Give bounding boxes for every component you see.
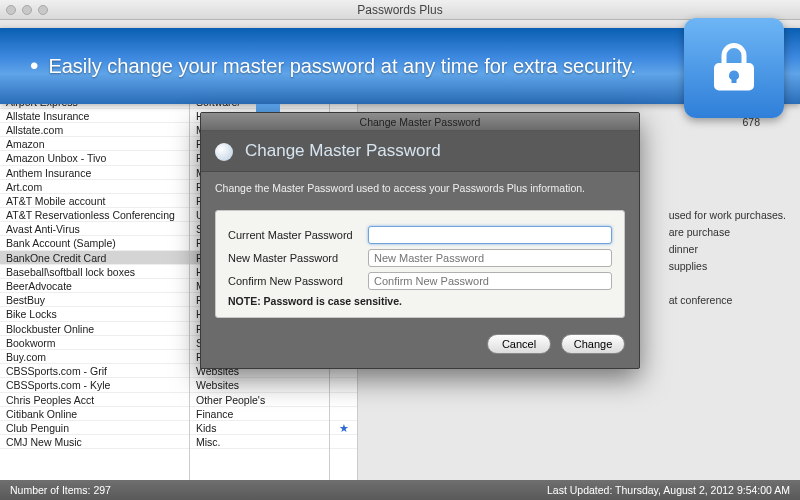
list-item-name[interactable]: Allstate.com <box>0 123 189 137</box>
detail-line: used for work purchases. <box>669 208 786 223</box>
list-item-name[interactable]: Amazon Unbox - Tivo <box>0 151 189 165</box>
list-item-name[interactable]: BestBuy <box>0 293 189 307</box>
list-item-name[interactable]: Bookworm <box>0 336 189 350</box>
list-item-name[interactable]: AT&T Mobile account <box>0 194 189 208</box>
cancel-button[interactable]: Cancel <box>487 334 551 354</box>
input-current-password[interactable] <box>368 226 612 244</box>
list-item-name[interactable]: CBSSports.com - Kyle <box>0 378 189 392</box>
detail-line <box>669 276 786 291</box>
list-item-name[interactable]: Bike Locks <box>0 307 189 321</box>
list-item-category[interactable]: Finance <box>190 407 329 421</box>
list-item-name[interactable]: Citibank Online <box>0 407 189 421</box>
dialog-button-row: Cancel Change <box>201 324 639 368</box>
list-item-name[interactable]: Club Penguin <box>0 421 189 435</box>
item-count: Number of Items: 297 <box>10 484 111 496</box>
window-title: Passwords Plus <box>0 3 800 17</box>
dialog-note: NOTE: Password is case sensitive. <box>228 295 612 307</box>
label-confirm-password: Confirm New Password <box>228 275 368 287</box>
list-item-name[interactable]: Baseball\softball lock boxes <box>0 265 189 279</box>
window-titlebar: Passwords Plus <box>0 0 800 20</box>
label-new-password: New Master Password <box>228 252 368 264</box>
list-item-name[interactable]: Chris Peoples Acct <box>0 393 189 407</box>
marketing-banner: • Easily change your master password at … <box>0 28 800 104</box>
dialog-form: Current Master Password New Master Passw… <box>215 210 625 318</box>
list-item-name[interactable]: Blockbuster Online <box>0 322 189 336</box>
list-item-star[interactable] <box>330 378 357 392</box>
dialog-description: Change the Master Password used to acces… <box>201 172 639 204</box>
list-item-name[interactable]: CBSSports.com - Grif <box>0 364 189 378</box>
list-item-star[interactable] <box>330 393 357 407</box>
input-new-password[interactable] <box>368 249 612 267</box>
list-item-star[interactable] <box>330 435 357 449</box>
dialog-titlebar: Change Master Password <box>201 113 639 131</box>
list-item-category[interactable]: Misc. <box>190 435 329 449</box>
list-item-star[interactable]: ★ <box>330 421 357 435</box>
list-item-name[interactable]: BeerAdvocate <box>0 279 189 293</box>
list-item-category[interactable]: Kids <box>190 421 329 435</box>
list-item-name[interactable]: Avast Anti-Virus <box>0 222 189 236</box>
last-updated: Last Updated: Thursday, August 2, 2012 9… <box>547 484 790 496</box>
detail-line: are purchase <box>669 225 786 240</box>
list-item-category[interactable]: Websites <box>190 378 329 392</box>
list-item-name[interactable]: BankOne Credit Card <box>0 251 189 265</box>
list-item-name[interactable]: Art.com <box>0 180 189 194</box>
banner-text: Easily change your master password at an… <box>48 54 636 79</box>
detail-line: at conference <box>669 293 786 308</box>
dialog-header-text: Change Master Password <box>245 141 441 160</box>
status-bar: Number of Items: 297 Last Updated: Thurs… <box>0 480 800 500</box>
change-master-password-dialog: Change Master Password Change Master Pas… <box>200 112 640 369</box>
detail-line: dinner <box>669 242 786 257</box>
list-item-name[interactable]: Anthem Insurance <box>0 166 189 180</box>
column-name[interactable]: AdobeAdobe DevAdobe IDAirport ExpressAll… <box>0 52 190 480</box>
list-item-name[interactable]: AT&T Reservationless Conferencing <box>0 208 189 222</box>
bullet-icon: • <box>30 54 38 78</box>
list-item-category[interactable]: Other People's <box>190 393 329 407</box>
change-button[interactable]: Change <box>561 334 625 354</box>
list-item-name[interactable]: Allstate Insurance <box>0 109 189 123</box>
list-item-name[interactable]: CMJ New Music <box>0 435 189 449</box>
label-current-password: Current Master Password <box>228 229 368 241</box>
lock-icon <box>684 18 784 118</box>
dialog-header: Change Master Password <box>201 131 639 172</box>
list-item-name[interactable]: Bank Account (Sample) <box>0 236 189 250</box>
list-item-star[interactable] <box>330 407 357 421</box>
dialog-header-icon <box>215 143 233 161</box>
detail-line: supplies <box>669 259 786 274</box>
input-confirm-password[interactable] <box>368 272 612 290</box>
list-item-name[interactable]: Buy.com <box>0 350 189 364</box>
list-item-name[interactable]: Amazon <box>0 137 189 151</box>
